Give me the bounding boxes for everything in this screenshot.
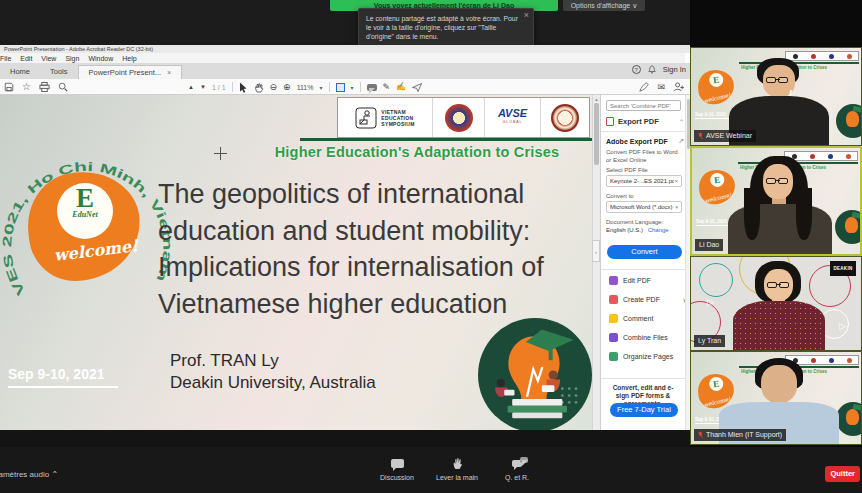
tool-edit-pdf[interactable]: Edit PDF bbox=[609, 276, 687, 285]
screen: Vous voyez actuellement l'écran de Li Da… bbox=[0, 0, 862, 493]
header-divider bbox=[300, 138, 592, 141]
participant-tile-li-dao[interactable]: Higher Education's Adaptation to Crises … bbox=[690, 146, 862, 256]
raise-hand-button[interactable]: Lever la main bbox=[428, 456, 486, 481]
envelope-icon[interactable]: ✉ bbox=[657, 83, 665, 92]
help-icon[interactable]: ? bbox=[632, 65, 641, 74]
slide-header-logos: VIETNAM EDUCATION SYMPOSIUM AVSE GLOBAL bbox=[337, 97, 590, 138]
sign-in-button[interactable]: Sign In bbox=[663, 65, 686, 74]
menu-view[interactable]: View bbox=[41, 55, 56, 62]
avse-logo: AVSE bbox=[498, 109, 527, 118]
free-trial-button[interactable]: Free 7-Day Trial bbox=[610, 403, 678, 417]
tool-comment[interactable]: Comment bbox=[609, 314, 687, 323]
bg-circle bbox=[699, 263, 733, 297]
hand-tool-icon[interactable] bbox=[254, 82, 264, 93]
menu-window[interactable]: Window bbox=[88, 55, 113, 62]
language-label: Document Language: bbox=[606, 219, 663, 225]
share-link-icon[interactable]: ↗ bbox=[678, 137, 684, 145]
combine-files-icon bbox=[609, 333, 618, 342]
deakin-logo: DEAKIN bbox=[830, 261, 856, 276]
format-dropdown[interactable]: Microsoft Word (*.docx) ▾ bbox=[606, 201, 682, 213]
chevron-down-icon: ∨ bbox=[632, 2, 637, 9]
bell-icon[interactable] bbox=[648, 65, 656, 74]
toolbar: ☆ ▲ ▼ 1 / 1 ⊖ ⊕ 111% ▾ ▾ ✎ bbox=[0, 79, 690, 95]
page-view-caret-icon[interactable]: ▾ bbox=[351, 84, 354, 91]
collapse-section-icon[interactable]: ⌃ bbox=[679, 118, 684, 125]
participant-tile-avse-webinar[interactable]: Higher Education's Adaptation to Crises … bbox=[690, 47, 862, 146]
tool-combine-files[interactable]: Combine Files bbox=[609, 333, 687, 342]
fill-sign-icon[interactable]: ✍ bbox=[396, 83, 406, 91]
signature-pen-icon[interactable] bbox=[639, 82, 649, 92]
participant-name: Ly Tran bbox=[694, 335, 725, 347]
close-icon[interactable]: × bbox=[524, 11, 529, 20]
zoom-dropdown-icon[interactable]: ▾ bbox=[320, 84, 323, 91]
save-icon[interactable] bbox=[4, 82, 14, 92]
zoom-in-icon[interactable]: ⊕ bbox=[283, 83, 291, 92]
print-icon[interactable] bbox=[39, 82, 50, 92]
edunet-logo: E EduNet bbox=[57, 183, 113, 239]
qa-button[interactable]: Q. et R. bbox=[488, 456, 546, 481]
edit-pdf-icon bbox=[609, 276, 618, 285]
tab-bar: Home Tools PowerPoint Present... × ? Sig… bbox=[0, 63, 690, 79]
display-options-button[interactable]: Options d'affichage ∨ bbox=[563, 0, 645, 11]
slide-canvas[interactable]: VIETNAM EDUCATION SYMPOSIUM AVSE GLOBAL bbox=[0, 95, 592, 430]
ves-symposium-icon bbox=[355, 107, 377, 129]
tab-home[interactable]: Home bbox=[0, 65, 40, 79]
mini-slide-logos bbox=[785, 51, 859, 61]
page-view-icon[interactable] bbox=[336, 83, 345, 92]
tool-organize-pages[interactable]: Organize Pages bbox=[609, 352, 687, 361]
scrollbar-thumb[interactable] bbox=[594, 103, 599, 165]
page-down-icon[interactable]: ▼ bbox=[200, 84, 206, 90]
search-icon[interactable] bbox=[58, 82, 68, 92]
tab-document[interactable]: PowerPoint Present... × bbox=[78, 65, 183, 79]
participant-name: Thanh Mien (IT Support) bbox=[694, 429, 786, 441]
university-seal-icon bbox=[445, 104, 473, 132]
select-tool-icon[interactable] bbox=[239, 82, 248, 93]
pencil-icon[interactable]: ✎ bbox=[383, 83, 391, 92]
selected-file-chip[interactable]: Keynote 2-...ES 2021.pdf × bbox=[606, 175, 682, 187]
lightbulb-illustration bbox=[478, 318, 592, 430]
page-up-icon[interactable]: ▲ bbox=[188, 84, 194, 90]
raise-hand-icon bbox=[452, 457, 463, 470]
mic-muted-icon bbox=[698, 431, 703, 439]
zoom-out-icon[interactable]: ⊖ bbox=[270, 83, 278, 92]
comment-icon[interactable] bbox=[367, 84, 377, 91]
organize-pages-icon bbox=[609, 352, 618, 361]
menu-edit[interactable]: Edit bbox=[20, 55, 32, 62]
dropdown-caret-icon: ▾ bbox=[675, 204, 678, 210]
menu-file[interactable]: File bbox=[0, 55, 11, 62]
share-tooltip: Le contenu partagé est adapté à votre éc… bbox=[358, 8, 534, 48]
participant-tile-thanh-mien[interactable]: Higher Education's Adaptation to Crises … bbox=[690, 351, 862, 445]
crosshair-cursor bbox=[214, 147, 227, 160]
select-pdf-label: Select PDF File bbox=[606, 167, 648, 173]
send-icon[interactable] bbox=[412, 83, 422, 92]
panel-collapse-handle[interactable]: ‹ bbox=[592, 240, 600, 262]
menu-help[interactable]: Help bbox=[122, 55, 136, 62]
mic-muted-icon bbox=[698, 132, 703, 140]
zoom-level[interactable]: 111% bbox=[297, 84, 314, 91]
scroll-up-icon[interactable]: ▴ bbox=[593, 95, 600, 103]
participant-name: AVSE Webinar bbox=[694, 130, 756, 142]
remove-file-icon[interactable]: × bbox=[674, 178, 678, 184]
page-indicator[interactable]: 1 / 1 bbox=[212, 84, 226, 91]
chat-button[interactable]: Discussion bbox=[368, 456, 426, 481]
close-tab-icon[interactable]: × bbox=[167, 66, 171, 80]
tool-create-pdf[interactable]: Create PDF ∨ bbox=[609, 295, 687, 304]
change-language-link[interactable]: Change bbox=[648, 227, 669, 233]
audio-settings-button[interactable]: Paramètres audio ⌃ bbox=[0, 470, 58, 479]
acrobat-window: PowerPoint Presentation - Adobe Acrobat … bbox=[0, 45, 690, 430]
panel-search-input[interactable] bbox=[606, 100, 681, 111]
menu-sign[interactable]: Sign bbox=[65, 55, 79, 62]
slide-title: The geopolitics of international educati… bbox=[158, 176, 592, 322]
leave-meeting-button[interactable]: Quitter bbox=[825, 466, 860, 482]
export-pdf-panel: Export PDF ⌃ Adobe Export PDF ↗ Convert … bbox=[600, 95, 690, 430]
association-seal-icon bbox=[551, 104, 579, 132]
slide-header-title: Higher Education's Adaptation to Crises bbox=[242, 144, 592, 160]
convert-button[interactable]: Convert bbox=[607, 245, 682, 259]
chevron-up-icon: ⌃ bbox=[51, 470, 58, 479]
star-icon[interactable]: ☆ bbox=[22, 82, 31, 92]
convert-description: Convert PDF Files to Word or Excel Onlin… bbox=[606, 148, 678, 164]
tab-tools[interactable]: Tools bbox=[40, 65, 78, 79]
person-add-icon[interactable] bbox=[673, 82, 684, 92]
convert-to-label: Convert to bbox=[606, 193, 634, 199]
participant-tile-ly-tran[interactable]: ▷ ▷ DEAKIN Ly Tran bbox=[690, 256, 862, 351]
